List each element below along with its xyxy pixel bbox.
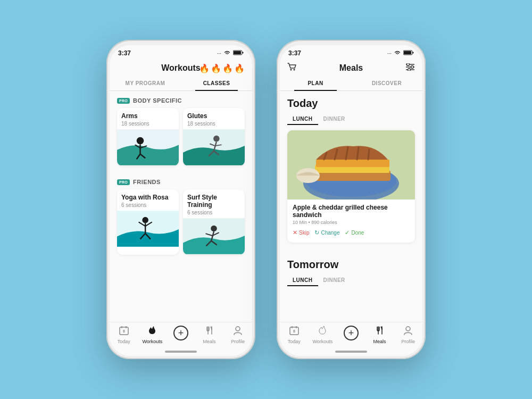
svg-point-37	[236, 327, 240, 331]
surf-title: Surf Style Training	[187, 194, 240, 209]
nav-workouts-label-m: Workouts	[312, 339, 332, 344]
svg-rect-2	[234, 51, 241, 54]
svg-point-25	[211, 226, 217, 232]
calendar-icon-m: 8	[289, 326, 299, 338]
flame-icon-w	[147, 326, 157, 338]
tab-classes[interactable]: CLASSES	[181, 76, 252, 90]
meals-header: Meals	[280, 59, 422, 76]
done-label: Done	[351, 230, 364, 236]
arms-sessions: 18 sessions	[121, 121, 174, 127]
nav-today-meals[interactable]: 8 Today	[280, 326, 309, 344]
fire-icon-4: 🔥	[234, 63, 245, 73]
meal-card-title: Apple & cheddar grilled cheese sandwich	[293, 204, 410, 219]
fire-icon-3: 🔥	[222, 63, 233, 73]
meals-tab-bar: PLAN DISCOVER	[280, 76, 422, 91]
nav-workouts-m[interactable]: Workouts	[309, 326, 337, 344]
surf-card[interactable]: Surf Style Training 6 sessions	[183, 189, 245, 255]
glutes-card[interactable]: Glutes 18 sessions	[183, 108, 245, 166]
surf-sessions: 6 sessions	[187, 210, 240, 215]
pro-badge-friends: PRO	[117, 179, 130, 185]
done-button[interactable]: ✓ Done	[345, 229, 364, 236]
phone-workouts: 3:37 ···	[106, 40, 255, 359]
sliders-icon[interactable]	[405, 63, 415, 73]
battery-icon	[233, 50, 244, 56]
glutes-title: Glutes	[187, 112, 240, 120]
meal-card-lunch[interactable]: Apple & cheddar grilled cheese sandwich …	[287, 130, 415, 243]
yoga-title: Yoga with Rosa	[121, 194, 174, 201]
meal-card-body: Apple & cheddar grilled cheese sandwich …	[287, 200, 415, 243]
done-icon: ✓	[345, 229, 350, 236]
friends-title: FRIENDS	[133, 179, 161, 185]
change-icon: ↻	[314, 229, 319, 236]
body-specific-title: BODY SPECIFIC	[133, 97, 182, 104]
flame-icon-m	[318, 326, 327, 338]
nav-workouts-tab[interactable]: Workouts	[138, 326, 167, 344]
tab-dinner[interactable]: DINNER	[318, 114, 351, 125]
body-specific-header: PRO BODY SPECIFIC	[110, 91, 252, 108]
tab-plan[interactable]: PLAN	[280, 76, 351, 90]
pro-badge-body: PRO	[117, 98, 130, 104]
nav-workouts-label: Workouts	[142, 339, 162, 344]
svg-point-4	[137, 137, 144, 145]
tab-dinner-tomorrow[interactable]: DINNER	[318, 275, 351, 286]
nav-profile-w[interactable]: Profile	[223, 326, 252, 344]
svg-rect-1	[243, 52, 244, 54]
arms-title: Arms	[121, 112, 174, 120]
nav-add-m[interactable]: +	[337, 326, 365, 344]
svg-point-48	[408, 69, 411, 71]
status-icons-left: ···	[217, 50, 244, 56]
tomorrow-section: Tomorrow LUNCH DINNER	[280, 252, 422, 296]
person-icon-w	[233, 326, 243, 338]
tomorrow-meal-tabs: LUNCH DINNER	[287, 275, 415, 286]
nav-today-label-w: Today	[118, 339, 130, 344]
wifi-icon	[223, 50, 231, 56]
change-button[interactable]: ↻ Change	[314, 229, 339, 236]
nav-meals-w[interactable]: Meals	[195, 326, 224, 344]
workouts-screen: Workouts 🔥 🔥 🔥 🔥 MY PROGRAM CLASSES	[110, 59, 252, 322]
person-icon-m	[403, 326, 413, 338]
tab-lunch-tomorrow[interactable]: LUNCH	[287, 275, 318, 286]
yoga-sessions: 6 sessions	[121, 202, 174, 208]
tab-discover[interactable]: DISCOVER	[351, 76, 422, 90]
add-icon-m[interactable]: +	[344, 326, 359, 340]
skip-icon: ✕	[293, 229, 297, 236]
meals-screen-content: Today LUNCH DINNER	[280, 91, 422, 322]
nav-profile-label-w: Profile	[231, 339, 245, 344]
signal-icon-r: ···	[387, 51, 392, 56]
cart-icon[interactable]	[287, 63, 297, 73]
nav-add-w[interactable]: +	[167, 326, 195, 344]
nav-meals-m[interactable]: Meals	[365, 326, 394, 344]
utensils-icon-m	[375, 326, 385, 338]
svg-point-42	[294, 69, 295, 71]
skip-button[interactable]: ✕ Skip	[293, 229, 309, 236]
friends-header: PRO FRIENDS	[110, 172, 252, 189]
status-bar-meals: 3:37 ···	[280, 45, 422, 59]
battery-icon-r	[403, 50, 414, 56]
status-icons-right: ···	[387, 50, 414, 56]
status-time-left: 3:37	[118, 49, 131, 57]
meal-actions: ✕ Skip ↻ Change ✓ Done	[293, 229, 410, 239]
fire-icon-2: 🔥	[211, 63, 221, 73]
tab-my-program[interactable]: MY PROGRAM	[110, 76, 181, 90]
svg-text:8: 8	[293, 329, 295, 333]
svg-rect-39	[413, 52, 414, 54]
nav-profile-label-m: Profile	[401, 339, 415, 344]
svg-text:8: 8	[123, 329, 125, 333]
add-icon-w[interactable]: +	[173, 326, 188, 340]
today-section: Today LUNCH DINNER	[280, 91, 422, 252]
glutes-sessions: 18 sessions	[187, 121, 240, 127]
nav-today-workouts[interactable]: 8 Today	[110, 326, 138, 344]
meals-bottom-nav: 8 Today Workouts + Meals	[280, 322, 422, 348]
yoga-card[interactable]: Yoga with Rosa 6 sessions	[117, 189, 179, 255]
arms-card[interactable]: Arms 18 sessions	[117, 108, 179, 166]
friends-cards: Yoga with Rosa 6 sessions	[110, 189, 252, 261]
status-bar-workouts: 3:37 ···	[110, 45, 252, 59]
tab-lunch[interactable]: LUNCH	[287, 114, 318, 125]
utensils-icon-w	[205, 326, 214, 338]
meal-card-image	[287, 130, 415, 200]
svg-point-11	[213, 136, 220, 142]
today-title: Today	[287, 97, 415, 110]
workouts-title: Workouts	[161, 63, 200, 73]
svg-point-18	[142, 217, 148, 223]
nav-profile-m[interactable]: Profile	[394, 326, 422, 344]
